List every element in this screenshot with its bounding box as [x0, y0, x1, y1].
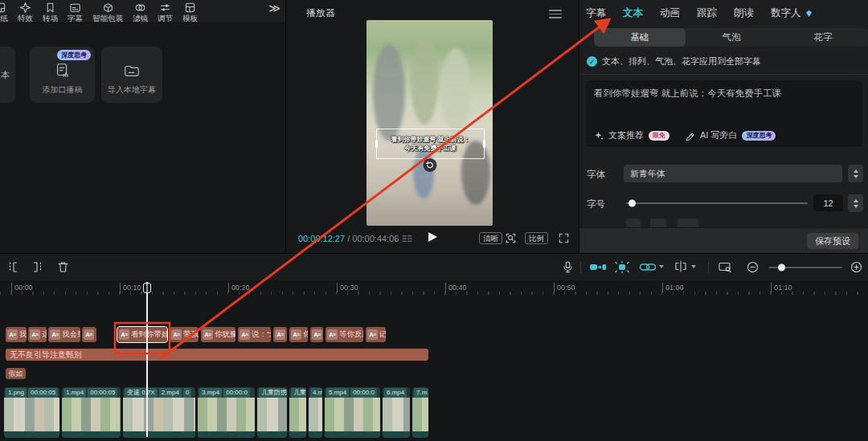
inspector-tab[interactable]: 数字人 [771, 6, 813, 20]
playhead-handle[interactable] [143, 283, 151, 293]
font-select[interactable]: 新青年体 [624, 165, 842, 182]
magnetic-snap-toggle[interactable] [589, 260, 607, 274]
font-size-slider[interactable] [626, 202, 808, 204]
video-clip[interactable]: 儿童防拐 [257, 387, 287, 438]
auto-highlight-toggle[interactable] [613, 260, 631, 274]
subtitle-clip[interactable]: A≡ [273, 327, 287, 342]
video-clip[interactable]: 变速 0.7X 2.mp4 0 [123, 387, 195, 438]
style-subtab[interactable]: 气泡 [686, 28, 777, 47]
video-clip[interactable]: 4.m [309, 387, 322, 438]
subtitle-clip[interactable]: A≡ 这 [28, 327, 47, 342]
stepper-down-icon[interactable] [854, 205, 858, 208]
subtitle-list-icon[interactable] [401, 233, 413, 245]
apply-all-checkbox[interactable]: ✓ [587, 56, 597, 67]
bookmark-icon [44, 2, 56, 14]
subtitle-text-editor[interactable]: 看到你带娃遛弯 就上前说：今天有免费手工课 文案推荐 限免 AI 写旁白 深度思… [586, 80, 862, 147]
inspector-tab[interactable]: 朗读 [734, 6, 754, 20]
video-clip[interactable]: 7.m [412, 387, 428, 438]
video-clip[interactable]: 3.mp4 00:00:0 [198, 387, 255, 438]
video-preview[interactable]: 看到你带娃遛弯 就上前说： 今天有免费手工课 [366, 20, 493, 226]
subtitle-resize-handle-left[interactable] [375, 140, 378, 148]
style-subtab[interactable]: 基础 [594, 28, 686, 47]
toolbar-item-adjust[interactable]: 调节 [153, 2, 178, 22]
toolbar-divider [580, 262, 581, 273]
inspector-tab[interactable]: 文本 [623, 6, 643, 20]
subtitle-clip[interactable]: A≡ 你 [289, 327, 308, 342]
subtitle-clip[interactable]: A≡ 你犹豫 [201, 327, 235, 342]
link-clips-toggle[interactable] [639, 260, 657, 274]
stepper-up-icon[interactable] [854, 199, 858, 202]
ai-voiceover-label[interactable]: AI 写旁白 [700, 129, 737, 141]
subtitle-clip[interactable]: A≡ 带孩 [170, 327, 199, 342]
timeline-ruler[interactable]: 00:0000:1000:2000:3000:4000:5001:0001:10 [0, 281, 868, 295]
preview-axis-icon[interactable] [718, 260, 733, 274]
focus-zoom-icon[interactable] [505, 232, 517, 244]
note-track-bar[interactable]: 无不良引导注意甄别 [6, 349, 428, 361]
timeline-zoom-handle[interactable] [778, 264, 785, 272]
playhead-line[interactable] [146, 282, 148, 437]
quality-badge[interactable]: 清晰 [479, 232, 502, 244]
trim-right-icon[interactable] [31, 260, 44, 274]
toolbar-item-captions[interactable]: 字幕 [63, 2, 88, 22]
subtitle-clip-label: 看到你带娃 [131, 329, 167, 340]
extra-text-clip[interactable]: 假如 [6, 368, 26, 379]
import-local-subtitles-card[interactable]: 导入本地字幕 [101, 47, 162, 103]
toolbar-item-smart-pack[interactable]: 智能包装 [88, 2, 128, 22]
clip-thumbnail [325, 398, 380, 431]
inspector-tab[interactable]: 动画 [660, 6, 680, 20]
subtitle-clip[interactable]: A≡ 记 [366, 327, 386, 342]
split-clip-icon[interactable] [674, 259, 688, 273]
inspector-tab[interactable]: 跟踪 [697, 6, 717, 20]
clip-footer-strip [62, 431, 121, 438]
subtitle-resize-handle-right[interactable] [483, 140, 485, 148]
subtitle-rotate-handle[interactable] [423, 158, 436, 172]
video-clip[interactable]: 儿童 [289, 387, 306, 438]
link-options-chevron-icon[interactable] [659, 265, 664, 268]
toolbar-item-filters[interactable]: 滤镜 [128, 2, 153, 22]
ratio-badge[interactable]: 比例 [525, 232, 548, 244]
font-size-stepper[interactable] [848, 194, 863, 212]
subtitle-text-value[interactable]: 看到你带娃遛弯 就上前说：今天有免费手工课 [594, 87, 854, 100]
partial-card[interactable]: 本 [0, 47, 15, 103]
trim-left-icon[interactable] [6, 260, 20, 274]
toolbar-more-chevron-icon[interactable]: ≫ [268, 2, 280, 14]
copy-suggest-label[interactable]: 文案推荐 [608, 129, 644, 141]
toolbar-item-templates[interactable]: 模板 [178, 2, 203, 22]
video-clip[interactable]: 5.mp4 00:00:0 [325, 387, 380, 438]
subtitle-clip[interactable]: A≡ 等你反应 [326, 327, 363, 342]
delete-icon[interactable] [56, 260, 70, 274]
style-subtab[interactable]: 花字 [777, 28, 868, 47]
subtitle-clip[interactable]: A≡ [310, 327, 323, 342]
ruler-tick: 01:00 [662, 283, 684, 292]
apply-to-all-row: ✓ 文本、排列、气泡、花字应用到全部字幕 [587, 55, 761, 67]
video-clip[interactable]: 6.mp4 [383, 387, 410, 438]
fullscreen-icon[interactable] [558, 232, 570, 244]
video-clip[interactable]: 1.png 00:00:05 [4, 387, 59, 438]
toolbar-item-sticker[interactable]: 贴纸 [0, 2, 13, 22]
split-options-chevron-icon[interactable] [691, 265, 696, 268]
stepper-down-icon[interactable] [854, 175, 858, 178]
toolbar-item-label: 转场 [43, 14, 58, 22]
player-menu-icon[interactable] [549, 7, 562, 21]
clip-footer-strip [123, 431, 195, 438]
subtitle-clip[interactable]: A≡ 我会穿身 [48, 327, 80, 342]
font-stepper[interactable] [848, 165, 863, 182]
subtitle-clip[interactable]: A≡ 看到你带娃 [117, 327, 167, 342]
video-clip[interactable]: 1.mp4 00:00:05 [62, 387, 121, 438]
record-voiceover-icon[interactable] [561, 260, 575, 274]
play-button[interactable] [428, 232, 437, 242]
add-voiceover-script-card[interactable]: 深度思考 添加口播稿 [30, 47, 95, 103]
font-size-slider-handle[interactable] [628, 200, 636, 207]
timeline-zoom-slider[interactable] [768, 267, 842, 268]
toolbar-item-effects[interactable]: 特效 [13, 2, 38, 22]
toolbar-item-transitions[interactable]: 转场 [38, 2, 63, 22]
inspector-tab[interactable]: 字幕 [586, 6, 606, 20]
zoom-out-icon[interactable] [746, 260, 760, 274]
subtitle-selection-box[interactable]: 看到你带娃遛弯 就上前说： 今天有免费手工课 [376, 129, 485, 159]
subtitle-clip[interactable]: A≡ [82, 327, 96, 342]
stepper-up-icon[interactable] [854, 169, 858, 173]
save-preset-button[interactable]: 保存预设 [807, 233, 858, 249]
subtitle-clip[interactable]: A≡ 说：“怎 [238, 327, 271, 342]
zoom-in-icon[interactable] [850, 260, 863, 274]
subtitle-clip[interactable]: A≡ 我是 [6, 327, 27, 342]
